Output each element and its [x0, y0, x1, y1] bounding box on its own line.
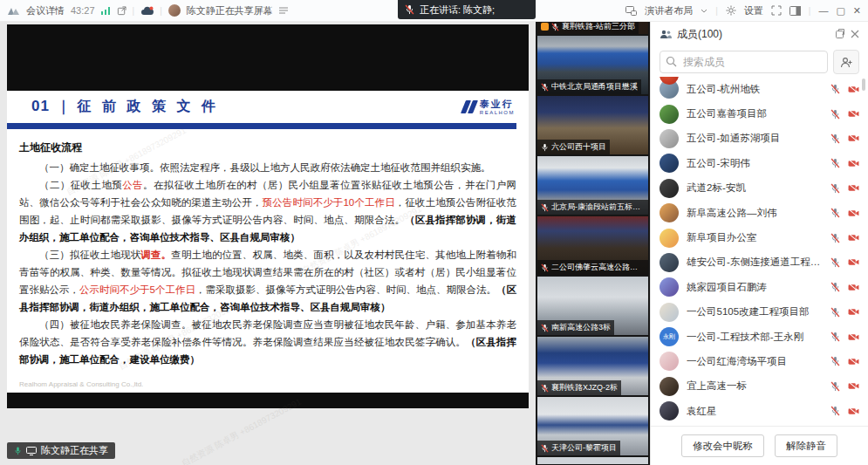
maximize-button[interactable]: ▢ — [836, 0, 844, 21]
close-panel-icon[interactable] — [851, 30, 859, 38]
separator: | — [133, 6, 135, 16]
camera-off-icon[interactable] — [848, 183, 859, 193]
video-tile[interactable]: 襄荆铁路-站前三分部 — [537, 21, 648, 34]
video-tile-name: 二公司佛肇云高速公路项目 — [551, 262, 645, 273]
mic-muted-icon — [541, 263, 549, 272]
camera-off-icon[interactable] — [848, 133, 859, 143]
fullscreen-icon[interactable] — [771, 5, 782, 16]
video-tile[interactable]: 天津公司-黎霍项目 — [537, 397, 648, 455]
member-name: 五公司-如通苏湖项目 — [687, 132, 825, 145]
camera-off-icon[interactable] — [848, 283, 859, 292]
member-row[interactable]: 新阜项目办公室 — [651, 225, 868, 250]
member-avatar — [660, 105, 679, 124]
member-avatar — [660, 352, 679, 371]
video-tile-name: 六公司西十项目 — [551, 141, 606, 153]
camera-off-icon[interactable] — [848, 257, 859, 267]
camera-off-icon[interactable] — [848, 85, 859, 94]
speaking-status-bar: 正在讲话: 陈文静; — [398, 0, 536, 19]
member-avatar — [660, 179, 679, 198]
mic-muted-icon[interactable] — [830, 381, 840, 392]
mic-muted-icon — [541, 203, 549, 212]
app-logo-icon — [7, 6, 20, 16]
mic-muted-icon[interactable] — [830, 133, 840, 144]
video-tile[interactable] — [537, 457, 648, 464]
member-row[interactable]: 姚家园项目石鹏涛 — [651, 275, 868, 299]
mic-muted-icon[interactable] — [830, 406, 840, 416]
layout-selector[interactable]: 演讲者布局 — [645, 4, 693, 17]
member-name: 一公司红海湾场平项目 — [687, 355, 825, 368]
add-member-button[interactable] — [833, 50, 859, 74]
member-avatar — [660, 377, 679, 396]
open-external-icon[interactable] — [117, 6, 126, 16]
mic-muted-icon — [405, 4, 414, 15]
minimize-button[interactable]: — — [818, 0, 828, 21]
video-tile[interactable]: 南新高速公路3标 — [537, 277, 648, 335]
member-row[interactable]: 五公司-宋明伟 — [651, 151, 868, 175]
layout-icon — [625, 6, 637, 16]
member-row[interactable]: 五公司-如通苏湖项目 — [651, 127, 868, 151]
search-members-input[interactable] — [660, 51, 828, 73]
member-row[interactable]: 五公司嘉善项目部 — [651, 101, 868, 126]
side-panel-icon[interactable] — [789, 6, 801, 16]
mic-muted-icon[interactable] — [830, 183, 840, 194]
speaking-status-text: 正在讲话: 陈文静; — [420, 3, 495, 17]
video-tile[interactable]: 六公司西十项目 — [537, 96, 648, 154]
member-row[interactable]: 宜上高速一标 — [651, 374, 868, 399]
members-footer: 修改会中昵称 解除静音 — [651, 426, 868, 465]
settings-button[interactable]: 设置 — [744, 4, 763, 17]
cloud-recording-icon[interactable] — [140, 6, 154, 16]
member-avatar — [660, 401, 679, 421]
member-row[interactable]: 袁红星 — [651, 399, 868, 423]
camera-off-icon[interactable] — [848, 357, 859, 366]
camera-off-icon[interactable] — [848, 109, 859, 119]
unmute-button[interactable]: 解除静音 — [775, 434, 837, 457]
video-tile[interactable]: 中铁北京局通甬项目懋溪 — [537, 36, 648, 94]
member-row[interactable]: 新阜高速公路—刘伟 — [651, 201, 868, 225]
member-name: 宜上高速一标 — [687, 380, 825, 393]
rename-button[interactable]: 修改会中昵称 — [681, 434, 764, 457]
video-tile[interactable]: 二公司佛肇云高速公路项目 — [537, 216, 648, 275]
camera-off-icon[interactable] — [848, 381, 859, 391]
camera-off-icon[interactable] — [848, 233, 859, 243]
camera-off-icon[interactable] — [848, 332, 859, 342]
members-icon — [660, 30, 672, 39]
signal-strength-icon — [101, 7, 111, 15]
member-row[interactable]: 永刚 一公司-工程技术部-王永刚 — [651, 325, 868, 349]
camera-off-icon[interactable] — [848, 209, 859, 218]
gear-icon[interactable] — [726, 5, 736, 16]
mic-muted-icon[interactable] — [830, 307, 840, 318]
scrollbar-thumb[interactable] — [862, 79, 865, 91]
member-avatar — [660, 229, 679, 248]
slide-bottom-letterbox — [7, 393, 529, 408]
mic-muted-icon[interactable] — [830, 109, 840, 120]
member-name: 一公司-工程技术部-王永刚 — [687, 331, 825, 344]
popout-panel-icon[interactable] — [835, 29, 845, 39]
section-number: 01 — [31, 98, 50, 115]
mic-muted-icon[interactable] — [830, 84, 840, 94]
mic-muted-icon[interactable] — [830, 282, 840, 292]
close-button[interactable]: ✕ — [853, 0, 861, 21]
menu-lines-icon[interactable] — [279, 7, 288, 14]
member-avatar — [660, 277, 679, 297]
camera-off-icon[interactable] — [848, 159, 859, 168]
member-row[interactable]: 雄安公司-东侧连接通道工程项目向志良 — [651, 250, 868, 275]
mic-muted-icon[interactable] — [830, 208, 840, 218]
video-tile[interactable]: 襄荆铁路XJZQ-2标 — [537, 337, 648, 395]
video-tile-caption: 襄荆铁路XJZQ-2标 — [537, 380, 621, 395]
mic-muted-icon[interactable] — [830, 257, 840, 268]
section-title-text: 征 前 政 策 文 件 — [78, 98, 219, 116]
slide-paragraphs: （一）确定土地征收事项。依照法定程序，县级以上地方人民政府依法确定土地征收范围并… — [19, 159, 516, 368]
mic-muted-icon[interactable] — [830, 332, 840, 342]
chevron-down-icon[interactable] — [701, 9, 707, 13]
camera-off-icon[interactable] — [848, 307, 859, 317]
mic-muted-icon[interactable] — [830, 233, 840, 243]
member-row[interactable]: 五公司-杭州地铁 — [651, 77, 868, 101]
meeting-details-link[interactable]: 会议详情 — [26, 4, 65, 17]
member-row[interactable]: 一公司5105改建工程项目部 — [651, 300, 868, 325]
member-row[interactable]: 武道2标-安凯 — [651, 176, 868, 201]
camera-off-icon[interactable] — [848, 407, 859, 416]
member-row[interactable]: 一公司红海湾场平项目 — [651, 349, 868, 373]
mic-muted-icon[interactable] — [830, 158, 840, 168]
mic-muted-icon[interactable] — [830, 356, 840, 366]
video-tile[interactable]: 北京局-康渝段站前五标项目 — [537, 156, 648, 215]
